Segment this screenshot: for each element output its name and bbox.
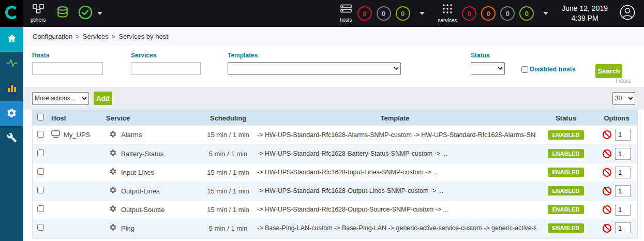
select-all-checkbox[interactable]	[37, 114, 44, 120]
hosts-filter-input[interactable]	[32, 62, 103, 75]
service-name[interactable]: Output-Lines	[121, 187, 159, 195]
row-checkbox[interactable]	[37, 187, 44, 193]
service-name[interactable]: Alarms	[121, 131, 142, 139]
pollers-menu[interactable]: pollers	[31, 4, 46, 23]
breadcrumb-services[interactable]: Services	[83, 33, 109, 40]
disable-icon[interactable]	[603, 205, 611, 214]
sidebar	[0, 27, 23, 241]
table-row: Input-Lines 15 min / 1 min -> HW-UPS-Sta…	[33, 163, 637, 182]
chevron-down-icon[interactable]	[420, 12, 425, 15]
disable-icon[interactable]	[603, 130, 611, 139]
breadcrumb-configuration[interactable]: Configuration	[33, 33, 72, 40]
table-row: Battery-Status 5 min / 1 min -> HW-UPS-S…	[33, 144, 637, 163]
database-status[interactable]	[56, 5, 69, 22]
chevron-down-icon[interactable]	[543, 12, 548, 15]
services-ok-counter[interactable]: 0	[519, 6, 534, 21]
topbar: pollers hosts	[0, 0, 644, 27]
service-gear-icon	[109, 205, 117, 214]
hosts-menu-button[interactable]: hosts	[340, 4, 352, 23]
template-value: -> HW-UPS-Standard-Rfc1628-Input-Lines-S…	[254, 163, 536, 182]
hosts-filter-label: Hosts	[32, 52, 103, 59]
filter-bar: Hosts Services Templates Status Disabled…	[23, 46, 644, 87]
gear-icon	[6, 108, 17, 120]
bar-chart-icon	[7, 83, 17, 95]
centreon-logo[interactable]	[0, 0, 23, 27]
add-button[interactable]: Add	[94, 92, 112, 105]
disable-icon[interactable]	[603, 187, 611, 195]
home-icon	[7, 33, 17, 46]
page-size-select[interactable]: 30	[612, 92, 635, 105]
heartbeat-icon	[6, 58, 18, 70]
duplicate-count-input[interactable]	[615, 204, 631, 216]
row-checkbox[interactable]	[37, 149, 44, 156]
duplicate-count-input[interactable]	[615, 222, 631, 234]
pollers-label: pollers	[31, 17, 46, 23]
hosts-label: hosts	[340, 17, 352, 23]
table-row: Output-Source 15 min / 1 min -> HW-UPS-S…	[33, 200, 637, 219]
scheduling-value: 15 min / 1 min	[202, 200, 254, 219]
breadcrumb-separator: >	[76, 33, 80, 40]
platform-status[interactable]	[78, 5, 93, 22]
services-critical-counter[interactable]: 0	[462, 6, 476, 21]
wrench-icon	[7, 132, 17, 145]
hosts-up-counter[interactable]: 0	[396, 6, 410, 21]
row-checkbox[interactable]	[37, 131, 44, 138]
host-name[interactable]: My_UPS	[64, 131, 90, 139]
duplicate-count-input[interactable]	[615, 129, 631, 141]
service-name[interactable]: Output-Source	[121, 206, 165, 214]
templates-filter-select[interactable]	[228, 62, 401, 75]
disable-icon[interactable]	[603, 168, 611, 177]
hosts-unreachable-counter[interactable]: 0	[377, 6, 391, 21]
status-column-header: Status	[536, 110, 596, 126]
sidebar-item-reporting[interactable]	[0, 77, 23, 101]
services-menu-button[interactable]: services	[438, 4, 457, 23]
services-unknown-counter[interactable]: 0	[500, 6, 515, 21]
duplicate-count-input[interactable]	[615, 167, 631, 178]
services-filter-input[interactable]	[131, 62, 201, 75]
service-gear-icon	[109, 149, 117, 158]
breadcrumb-current: Services by host	[118, 33, 168, 40]
main-content: Configuration > Services > Services by h…	[23, 27, 644, 241]
clock: June 12, 2019 4:39 PM	[562, 4, 608, 23]
services-warning-counter[interactable]: 0	[481, 6, 496, 21]
search-button[interactable]: Search	[595, 64, 622, 78]
user-menu[interactable]	[619, 4, 636, 23]
service-name[interactable]: Input-Lines	[121, 169, 154, 176]
template-value: -> HW-UPS-Standard-Rfc1628-Output-Lines-…	[254, 182, 536, 200]
status-badge: ENABLED	[548, 130, 585, 140]
clock-time: 4:39 PM	[562, 13, 608, 23]
service-name[interactable]: Ping	[121, 224, 134, 232]
status-badge: ENABLED	[548, 223, 585, 233]
scheduling-value: 5 min / 1 min	[202, 144, 254, 163]
actions-bar: More actions... Add 30	[23, 87, 644, 110]
host-icon	[51, 130, 61, 140]
breadcrumb: Configuration > Services > Services by h…	[23, 27, 644, 46]
sidebar-item-home[interactable]	[0, 27, 23, 52]
duplicate-count-input[interactable]	[615, 148, 631, 160]
sidebar-item-monitoring[interactable]	[0, 52, 23, 77]
table-header-row: Host Service Scheduling Template Status …	[33, 110, 637, 126]
services-icon	[442, 4, 453, 16]
status-badge: ENABLED	[548, 186, 585, 195]
sidebar-item-configuration[interactable]	[0, 101, 23, 126]
template-column-header: Template	[254, 110, 536, 126]
sidebar-item-administration[interactable]	[0, 126, 23, 151]
duplicate-count-input[interactable]	[615, 185, 631, 197]
row-checkbox[interactable]	[37, 224, 44, 231]
hosts-down-counter[interactable]: 0	[357, 6, 372, 21]
scheduling-value: 15 min / 1 min	[202, 163, 254, 182]
row-checkbox[interactable]	[37, 168, 44, 175]
service-name[interactable]: Battery-Status	[121, 150, 163, 158]
disabled-hosts-checkbox[interactable]	[521, 66, 528, 73]
row-checkbox[interactable]	[37, 205, 44, 212]
disable-icon[interactable]	[603, 149, 611, 158]
more-actions-select[interactable]: More actions...	[32, 92, 89, 105]
pollers-icon	[33, 4, 44, 16]
service-gear-icon	[109, 168, 117, 177]
status-filter-label: Status	[471, 52, 505, 59]
disable-icon[interactable]	[603, 224, 611, 233]
template-value: -> Base-Ping-LAN-custom -> Base-Ping-LAN…	[254, 219, 536, 237]
hosts-status-menu: hosts 0 0 0	[340, 4, 425, 23]
chevron-down-icon[interactable]	[97, 12, 102, 15]
status-filter-select[interactable]	[471, 62, 505, 75]
